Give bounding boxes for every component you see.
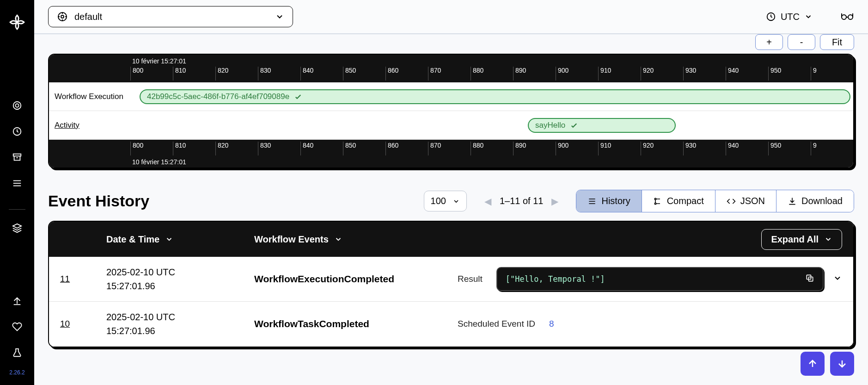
timeline-tick: 910 bbox=[598, 142, 641, 155]
scroll-down-button[interactable] bbox=[830, 352, 854, 376]
timeline-tick: 880 bbox=[471, 67, 513, 81]
page-size-select[interactable]: 100 bbox=[424, 191, 467, 211]
timeline-tick: 870 bbox=[428, 67, 471, 81]
nav-archive-icon[interactable] bbox=[8, 148, 26, 167]
scroll-up-button[interactable] bbox=[801, 352, 825, 376]
nav-labs-icon[interactable] bbox=[8, 343, 26, 362]
svg-point-10 bbox=[654, 203, 656, 204]
timeline-tick: 850 bbox=[343, 142, 385, 155]
timeline-panel: 10 février 15:27:01 80081082083084085086… bbox=[48, 54, 854, 168]
page-range-text: 1–11 of 11 bbox=[500, 196, 544, 206]
timeline-ticks-bottom: 8008108208308408508608708808909009109209… bbox=[130, 142, 853, 155]
nav-upload-icon[interactable] bbox=[8, 292, 26, 310]
timeline-tick: 900 bbox=[556, 67, 598, 81]
timeline-tick: 930 bbox=[683, 67, 726, 81]
nav-feedback-icon[interactable] bbox=[8, 317, 26, 336]
zoom-fit-button[interactable]: Fit bbox=[820, 34, 854, 50]
nav-namespaces-icon[interactable] bbox=[8, 174, 26, 192]
namespace-dropdown[interactable]: default bbox=[48, 6, 293, 27]
svg-point-7 bbox=[842, 15, 846, 19]
col-date-header[interactable]: Date & Time bbox=[106, 234, 254, 245]
timeline-tick: 910 bbox=[598, 67, 641, 81]
workflow-execution-id: 42b99c5c-5aec-486f-b776-af4ef709089e bbox=[147, 92, 289, 101]
timeline-tick: 840 bbox=[300, 142, 343, 155]
event-name: WorkflowTaskCompleted bbox=[254, 318, 458, 329]
timeline-row-workflow-label: Workflow Execution bbox=[49, 92, 130, 101]
timeline-tick: 880 bbox=[471, 142, 513, 155]
timeline-tick: 9 bbox=[811, 67, 853, 81]
timeline-tick: 820 bbox=[215, 142, 258, 155]
svg-point-5 bbox=[61, 15, 64, 18]
timeline-tick: 870 bbox=[428, 142, 471, 155]
event-result-text: ["Hello, Temporal !"] bbox=[506, 274, 605, 284]
zoom-out-button[interactable]: - bbox=[788, 34, 815, 50]
timeline-tick: 800 bbox=[130, 67, 173, 81]
nav-import-icon[interactable] bbox=[8, 219, 26, 237]
page-size-value: 100 bbox=[431, 196, 446, 206]
nav-workflows-icon[interactable] bbox=[8, 96, 26, 115]
timeline-tick: 930 bbox=[683, 142, 726, 155]
copy-button[interactable] bbox=[805, 273, 814, 285]
timeline-tick: 860 bbox=[385, 142, 428, 155]
event-timestamp: 2025-02-10 UTC 15:27:01.96 bbox=[106, 265, 254, 293]
view-mode-button[interactable] bbox=[840, 11, 854, 23]
clock-icon bbox=[766, 12, 776, 22]
temporal-logo-icon bbox=[8, 13, 26, 31]
code-icon bbox=[727, 197, 736, 206]
svg-point-8 bbox=[848, 15, 853, 19]
timezone-dropdown[interactable]: UTC bbox=[766, 12, 813, 22]
timeline-tick: 950 bbox=[768, 142, 811, 155]
event-name: WorkflowExecutionCompleted bbox=[254, 273, 458, 285]
activity-pill[interactable]: sayHello bbox=[528, 118, 676, 133]
chevron-down-icon bbox=[165, 235, 173, 243]
event-table-header: Date & Time Workflow Events Expand All bbox=[49, 222, 853, 257]
timeline-tick: 950 bbox=[768, 67, 811, 81]
event-id-link[interactable]: 10 bbox=[60, 319, 106, 329]
timeline-date-bottom: 10 février 15:27:01 bbox=[130, 155, 853, 168]
chevron-down-icon bbox=[275, 12, 284, 21]
pagination: ◀ 1–11 of 11 ▶ bbox=[484, 196, 559, 207]
page-next-button[interactable]: ▶ bbox=[551, 196, 558, 207]
timeline-ticks-top: 8008108208308408508608708808909009109209… bbox=[130, 67, 853, 81]
nav-schedules-icon[interactable] bbox=[8, 122, 26, 141]
event-table: Date & Time Workflow Events Expand All bbox=[48, 221, 854, 348]
tab-history[interactable]: History bbox=[576, 190, 642, 212]
timeline-tick: 830 bbox=[258, 67, 300, 81]
timeline-tick: 860 bbox=[385, 67, 428, 81]
event-meta-label: Result bbox=[458, 274, 483, 284]
page-prev-button[interactable]: ◀ bbox=[484, 196, 491, 207]
row-expand-chevron[interactable] bbox=[833, 273, 842, 285]
event-id-link[interactable]: 11 bbox=[60, 274, 106, 284]
chevron-down-icon bbox=[824, 235, 832, 243]
activity-name: sayHello bbox=[535, 121, 565, 130]
app-version: 2.26.2 bbox=[9, 369, 24, 376]
view-tabs: History Compact JSON bbox=[576, 190, 854, 212]
timeline-tick: 940 bbox=[726, 67, 768, 81]
download-icon bbox=[788, 197, 797, 206]
event-row: 11 2025-02-10 UTC 15:27:01.96 WorkflowEx… bbox=[49, 257, 853, 302]
tab-json[interactable]: JSON bbox=[715, 190, 776, 212]
timeline-date-top: 10 février 15:27:01 bbox=[130, 55, 853, 67]
timeline-tick: 810 bbox=[173, 142, 215, 155]
check-icon bbox=[570, 121, 578, 130]
timeline-tick: 920 bbox=[641, 142, 683, 155]
chevron-down-icon bbox=[334, 235, 342, 243]
chevron-down-icon bbox=[804, 12, 813, 21]
tab-compact[interactable]: Compact bbox=[642, 190, 715, 212]
timeline-tick: 820 bbox=[215, 67, 258, 81]
tab-download[interactable]: Download bbox=[776, 190, 854, 212]
event-result-box: ["Hello, Temporal !"] bbox=[496, 267, 824, 291]
timeline-row-activity-label[interactable]: Activity bbox=[49, 121, 130, 130]
workflow-execution-pill[interactable]: 42b99c5c-5aec-486f-b776-af4ef709089e bbox=[140, 89, 850, 104]
top-header: default UTC bbox=[34, 0, 868, 34]
svg-point-9 bbox=[654, 198, 656, 199]
col-event-header[interactable]: Workflow Events bbox=[254, 234, 761, 245]
check-icon bbox=[294, 93, 302, 101]
timeline-tick: 810 bbox=[173, 67, 215, 81]
event-meta-label: Scheduled Event ID bbox=[458, 319, 535, 329]
sidebar-divider bbox=[9, 209, 25, 210]
expand-all-button[interactable]: Expand All bbox=[761, 229, 842, 250]
zoom-controls: + - Fit bbox=[48, 34, 854, 50]
zoom-in-button[interactable]: + bbox=[755, 34, 783, 50]
svg-point-1 bbox=[15, 104, 18, 107]
